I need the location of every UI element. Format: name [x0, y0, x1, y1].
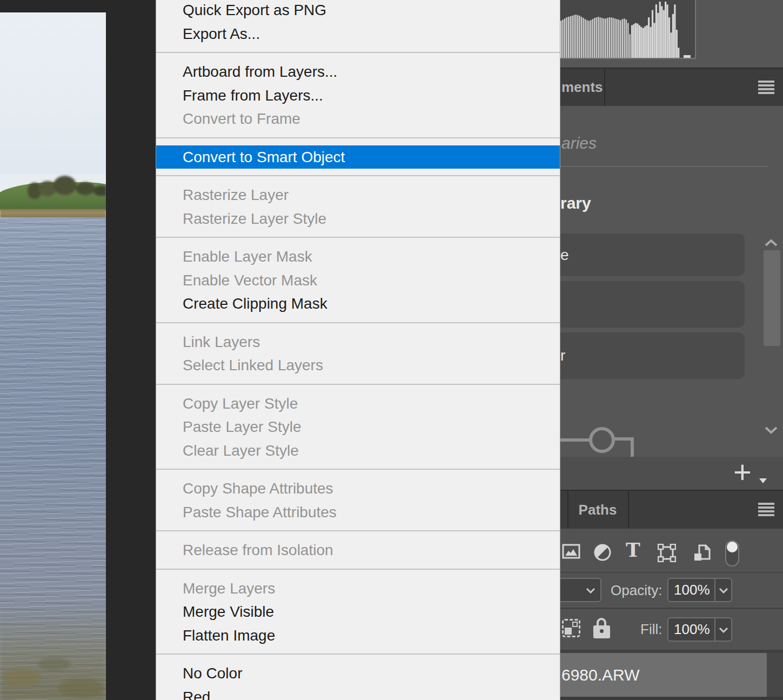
opacity-value[interactable]: 100% [674, 579, 710, 601]
layer-context-menu: Quick Export as PNGExport As...Artboard … [156, 0, 560, 700]
menu-item-frame-from-layers[interactable]: Frame from Layers... [156, 84, 560, 108]
menu-item-no-color[interactable]: No Color [156, 662, 560, 685]
photo-shallow-stones [0, 602, 106, 700]
menu-item-rasterize-layer-style[interactable]: Rasterize Layer Style [156, 207, 560, 231]
scrollbar-thumb[interactable] [764, 250, 780, 346]
menu-separator [156, 530, 560, 531]
menu-separator [156, 384, 560, 385]
add-library-item-button[interactable]: + [733, 457, 771, 488]
scroll-up-icon[interactable] [764, 238, 778, 247]
tab-divider [628, 491, 629, 529]
menu-item-quick-export-as-png[interactable]: Quick Export as PNG [156, 0, 560, 22]
menu-separator [156, 237, 560, 238]
photoshop-window: Quick Export as PNGExport As...Artboard … [0, 0, 783, 700]
panel-bottom-strip [560, 697, 783, 700]
panel-menu-icon[interactable] [758, 81, 774, 94]
context-menu-list: Quick Export as PNGExport As...Artboard … [156, 0, 560, 700]
histogram-chart [560, 0, 695, 58]
menu-separator [156, 469, 560, 470]
canvas-pasteboard [0, 0, 156, 700]
menu-item-convert-to-frame[interactable]: Convert to Frame [156, 107, 560, 131]
layer-row[interactable]: 6980.ARW [560, 653, 783, 697]
selected-layer[interactable]: 6980.ARW [560, 653, 767, 697]
lock-keyhole [600, 629, 604, 633]
menu-item-select-linked-layers[interactable]: Select Linked Layers [156, 354, 560, 377]
menu-separator [156, 175, 560, 176]
blend-opacity-row: Opacity: 100% [560, 573, 783, 608]
menu-item-rasterize-layer[interactable]: Rasterize Layer [156, 183, 560, 207]
menu-item-artboard-from-layers[interactable]: Artboard from Layers... [156, 60, 560, 84]
chevron-down-icon [586, 587, 595, 594]
field-divider [714, 579, 715, 601]
panel-column: ments aries rary e r [560, 0, 783, 700]
libraries-panel: aries rary e r [560, 106, 783, 457]
library-card-label: r [560, 347, 565, 364]
menu-separator [156, 52, 560, 53]
menu-item-link-layers[interactable]: Link Layers [156, 330, 560, 354]
library-card[interactable]: r [560, 332, 745, 379]
blend-mode-dropdown[interactable] [560, 578, 601, 602]
menu-separator [156, 654, 560, 655]
layer-name[interactable]: 6980.ARW [561, 653, 640, 697]
menu-item-flatten-image[interactable]: Flatten Image [156, 624, 560, 648]
tab-adjustments[interactable]: ments [561, 69, 603, 106]
menu-item-enable-layer-mask[interactable]: Enable Layer Mask [156, 245, 560, 269]
histogram-panel [560, 0, 696, 59]
libraries-search-text[interactable]: aries [561, 134, 597, 152]
menu-separator [156, 322, 560, 323]
opacity-label: Opacity: [611, 573, 662, 608]
pixel-layer-filter-icon[interactable] [562, 544, 580, 559]
menu-separator [156, 137, 560, 138]
chevron-down-icon[interactable] [719, 587, 728, 594]
shape-layer-filter-icon[interactable] [658, 544, 676, 562]
menu-item-convert-to-smart-object[interactable]: Convert to Smart Object [156, 145, 560, 169]
menu-item-paste-layer-style[interactable]: Paste Layer Style [156, 415, 560, 439]
toggle-knob [727, 542, 738, 552]
menu-item-create-clipping-mask[interactable]: Create Clipping Mask [156, 292, 560, 316]
chevron-down-icon[interactable] [719, 626, 728, 633]
plus-dropdown-caret-icon [759, 478, 767, 483]
menu-item-copy-shape-attributes[interactable]: Copy Shape Attributes [156, 477, 560, 501]
checker-square [565, 628, 572, 635]
opacity-input[interactable]: 100% [667, 578, 732, 602]
panel-menu-icon[interactable] [758, 503, 774, 516]
photo-shoreline [0, 157, 106, 218]
fill-value[interactable]: 100% [674, 618, 710, 641]
lock-all-icon[interactable] [593, 617, 611, 643]
menu-item-merge-visible[interactable]: Merge Visible [156, 600, 560, 624]
paths-tab-bar: Paths [560, 490, 783, 529]
scroll-down-icon[interactable] [764, 426, 778, 435]
type-layer-filter-icon[interactable]: T [626, 538, 640, 561]
fill-label: Fill: [640, 609, 662, 650]
lock-fill-row: Fill: 100% [560, 609, 783, 650]
menu-item-paste-shape-attributes[interactable]: Paste Shape Attributes [156, 501, 560, 524]
photo-trees [0, 167, 106, 199]
library-card-label: e [560, 246, 569, 264]
checker-square [572, 622, 578, 627]
tab-divider [604, 69, 605, 106]
menu-item-enable-vector-mask[interactable]: Enable Vector Mask [156, 269, 560, 292]
menu-item-merge-layers[interactable]: Merge Layers [156, 577, 560, 601]
adjustment-layer-filter-icon[interactable] [594, 544, 611, 561]
libraries-search-underline [560, 166, 768, 167]
tab-paths[interactable]: Paths [567, 491, 628, 529]
smart-object-filter-icon[interactable] [693, 544, 711, 562]
menu-item-copy-layer-style[interactable]: Copy Layer Style [156, 392, 560, 416]
menu-item-release-from-isolation[interactable]: Release from Isolation [156, 538, 560, 562]
menu-item-red[interactable]: Red [156, 685, 560, 700]
document-canvas-photo[interactable] [0, 12, 106, 700]
menu-item-clear-layer-style[interactable]: Clear Layer Style [156, 439, 560, 463]
lock-transparent-pixels-icon[interactable] [562, 619, 580, 637]
layer-row-edge [767, 653, 783, 697]
menu-separator [156, 569, 560, 570]
layer-filtering-toggle[interactable] [725, 541, 739, 566]
library-card[interactable]: e [560, 234, 745, 276]
libraries-heading: rary [560, 194, 591, 212]
menu-item-export-as[interactable]: Export As... [156, 22, 560, 46]
adjustments-tab-bar: ments [560, 68, 783, 106]
field-divider [714, 618, 715, 641]
eyeglasses-illustration-icon [560, 424, 647, 458]
plus-icon: + [733, 454, 752, 490]
fill-input[interactable]: 100% [667, 617, 732, 642]
library-card[interactable] [560, 281, 745, 328]
